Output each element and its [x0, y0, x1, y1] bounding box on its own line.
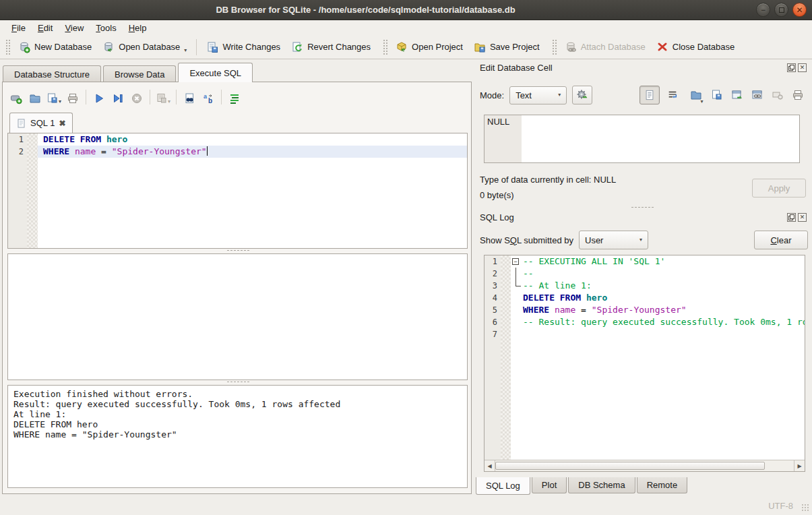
set-null-button [768, 86, 788, 104]
execution-message-pane[interactable]: Execution finished without errors. Resul… [7, 385, 468, 488]
tab-sql-1[interactable]: SQL 1 ✖ [9, 113, 73, 133]
revert-changes-button[interactable]: Revert Changes [286, 38, 376, 57]
sql-toolbar-separator [176, 90, 177, 104]
log-line-2: -- [511, 268, 805, 280]
export-cell-data-button[interactable] [707, 86, 727, 104]
maximize-button[interactable] [774, 3, 788, 17]
menu-tools[interactable]: Tools [90, 22, 122, 34]
mode-select[interactable]: Text ▾ [509, 86, 567, 104]
open-project-button[interactable]: Open Project [390, 38, 468, 57]
resize-grip[interactable] [801, 504, 810, 512]
open-in-external-button[interactable] [727, 86, 747, 104]
execute-all-button[interactable] [91, 90, 107, 104]
tab-sql-log[interactable]: SQL Log [476, 477, 530, 495]
sql-subtab-bar: SQL 1 ✖ [9, 113, 73, 133]
clear-log-button[interactable]: Clear [754, 231, 808, 249]
find-icon [183, 92, 195, 104]
import-caret-icon: ▾ [700, 99, 703, 104]
dock-close-icon: ✕ [800, 214, 805, 220]
open-database-icon [102, 41, 115, 53]
dock-close-button[interactable]: ✕ [798, 63, 807, 72]
menu-view[interactable]: View [59, 22, 90, 34]
tab-plot-label: Plot [542, 480, 557, 490]
open-sql-file-button[interactable] [27, 90, 43, 104]
bottom-dock-tabbar: SQL Log Plot DB Schema Remote [476, 477, 689, 495]
write-changes-button[interactable]: Write Changes [201, 38, 286, 57]
log-horizontal-scrollbar[interactable]: ◀ ▶ [485, 460, 805, 471]
link-icon [751, 89, 763, 101]
save-sql-caret-icon[interactable]: ▾ [59, 99, 61, 104]
fold-collapse-icon[interactable]: − [512, 258, 519, 265]
toolbar-drag-handle[interactable] [5, 39, 10, 55]
apply-format-button[interactable] [572, 86, 592, 104]
tab-db-schema-label: DB Schema [578, 480, 625, 490]
print-sql-icon [67, 92, 79, 104]
sql-document-icon [17, 119, 26, 128]
menu-help[interactable]: Help [123, 22, 153, 34]
svg-text:a: a [204, 93, 208, 100]
open-database-button[interactable]: Open Database ▾ [97, 38, 192, 57]
save-project-button[interactable]: Save Project [468, 38, 545, 57]
toolbar-drag-handle[interactable] [383, 39, 387, 55]
execute-line-button[interactable] [110, 90, 126, 104]
import-cell-data-button[interactable]: ▾ [687, 86, 707, 104]
sql-editor[interactable]: 1 2 DELETE FROM hero WHERE name = "Spide… [7, 133, 468, 249]
tab-execute-sql[interactable]: Execute SQL [178, 63, 253, 82]
tab-database-structure[interactable]: Database Structure [3, 65, 101, 82]
toolbar-drag-handle[interactable] [552, 39, 557, 55]
tab-db-schema[interactable]: DB Schema [568, 477, 635, 493]
line-number: 5 [485, 304, 501, 316]
minimize-button[interactable]: − [756, 3, 770, 17]
print-cell-button[interactable] [788, 86, 808, 104]
window-title: DB Browser for SQLite - /home/user/code/… [27, 0, 704, 20]
print-sql-button[interactable] [65, 90, 81, 104]
find-button[interactable] [181, 90, 197, 104]
find-replace-button[interactable]: ab [200, 90, 216, 104]
cell-value-editor[interactable]: NULL [484, 115, 800, 163]
tab-sql-1-close-icon[interactable]: ✖ [59, 119, 65, 128]
sql-toolbar-separator [86, 90, 86, 104]
word-wrap-icon [667, 90, 678, 100]
dock-float-button[interactable] [787, 213, 796, 222]
set-null-icon [772, 89, 784, 101]
editor-code-area[interactable]: DELETE FROM hero WHERE name = "Spider-Yo… [38, 133, 467, 248]
save-results-icon [156, 92, 168, 104]
dock-float-button[interactable] [787, 63, 796, 72]
cell-log-splitter[interactable] [476, 205, 808, 210]
open-database-caret-icon[interactable]: ▾ [184, 48, 187, 53]
word-wrap-button[interactable] [662, 86, 683, 104]
close-button[interactable]: ✕ [792, 3, 807, 17]
cell-type-info: Type of data currently in cell: NULL [480, 175, 616, 185]
open-external-icon [731, 89, 743, 101]
maximize-icon [779, 7, 784, 13]
scroll-right-icon[interactable]: ▶ [794, 460, 805, 471]
new-sql-tab-button[interactable] [8, 90, 24, 104]
log-filter-select[interactable]: User ▾ [579, 231, 648, 249]
menu-edit[interactable]: Edit [32, 22, 59, 34]
editor-line-2-current: WHERE name = "Spider-Youngster" [38, 146, 467, 158]
grid-message-splitter[interactable] [7, 380, 468, 384]
save-sql-file-button[interactable]: ▾ [46, 90, 62, 104]
log-line-4: DELETE FROM hero [511, 292, 805, 304]
scrollbar-thumb[interactable] [495, 462, 765, 470]
save-project-label: Save Project [490, 41, 540, 53]
editor-results-splitter[interactable] [7, 248, 468, 253]
results-grid-pane[interactable] [7, 253, 468, 380]
dock-close-button[interactable]: ✕ [798, 213, 807, 222]
scroll-left-icon[interactable]: ◀ [485, 460, 495, 471]
close-database-button[interactable]: Close Database [651, 38, 741, 57]
tab-plot[interactable]: Plot [532, 477, 567, 493]
menu-file[interactable]: File [5, 22, 32, 34]
cell-editor-gutter: NULL [485, 115, 522, 162]
edit-cell-dock-title: Edit Database Cell [480, 63, 553, 73]
tab-browse-data[interactable]: Browse Data [103, 65, 176, 82]
tab-remote[interactable]: Remote [637, 477, 688, 493]
copy-cell-link-button[interactable] [747, 86, 768, 104]
new-database-button[interactable]: New Database [13, 38, 97, 57]
text-mode-toggle[interactable] [639, 86, 660, 104]
sql-log-viewer[interactable]: 1 2 3 4 5 6 7 − -- EXECUTING ALL IN 'SQL… [484, 255, 805, 472]
format-sql-button[interactable] [226, 90, 243, 104]
dock-float-icon [788, 214, 794, 220]
svg-text:b: b [208, 97, 212, 104]
editor-line-1: DELETE FROM hero [38, 133, 467, 146]
